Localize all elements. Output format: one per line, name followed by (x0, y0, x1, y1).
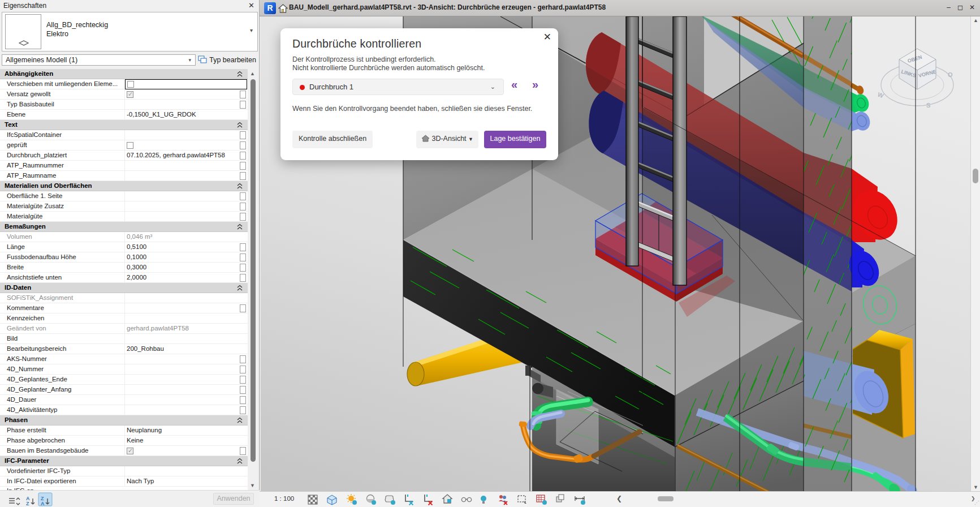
svg-text:Z: Z (26, 501, 29, 506)
svg-text:A: A (41, 501, 45, 506)
